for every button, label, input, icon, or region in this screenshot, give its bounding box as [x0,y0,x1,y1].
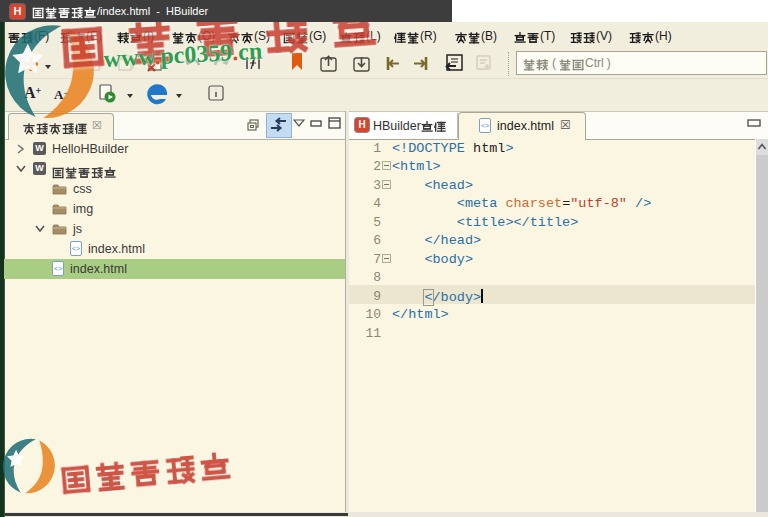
svg-text:<>: <> [72,245,80,252]
svg-text:<>: <> [54,265,62,272]
svg-text:<>: <> [481,122,489,129]
